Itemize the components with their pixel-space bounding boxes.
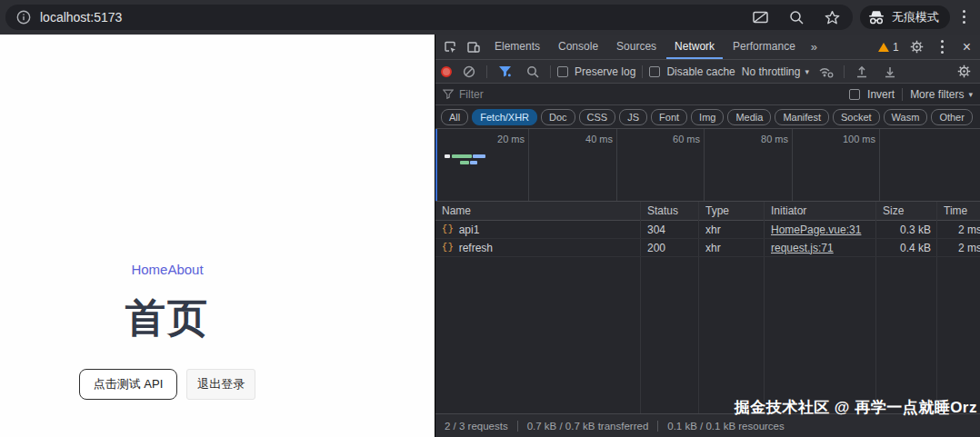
browser-window: localhost:5173 [0, 0, 980, 437]
tab-console[interactable]: Console [550, 35, 606, 59]
network-search-icon[interactable] [522, 62, 544, 82]
waterfall-bar [473, 154, 485, 158]
request-status: 200 [641, 239, 699, 256]
divider [902, 88, 903, 101]
column-header-initiator[interactable]: Initiator [765, 202, 876, 220]
nav-link-home[interactable]: Home [131, 262, 167, 277]
clear-network-log-icon[interactable] [458, 62, 480, 82]
url-text[interactable]: localhost:5173 [40, 10, 122, 25]
devtools-panel: Elements Console Sources Network Perform… [435, 35, 980, 437]
watermark-text: 掘金技术社区 @ 再学一点就睡Orz [735, 397, 977, 418]
request-type: xhr [699, 239, 765, 256]
divider [844, 65, 845, 78]
overview-left-handle [435, 129, 437, 201]
record-network-log-icon[interactable] [441, 66, 452, 77]
issues-warning-badge[interactable]: 1 [875, 41, 903, 54]
import-har-icon[interactable] [851, 62, 873, 82]
table-row[interactable]: { }api1 304 xhr HomePage.vue:31 0.3 kB 2… [435, 221, 980, 239]
divider [657, 421, 658, 432]
test-api-button[interactable]: 点击测试 API [79, 369, 178, 400]
table-row[interactable]: { }refresh 200 xhr request.js:71 0.4 kB … [435, 239, 980, 257]
transferred-summary: 0.7 kB / 0.7 kB transferred [527, 421, 649, 432]
divider [642, 65, 643, 78]
chip-media[interactable]: Media [727, 109, 771, 125]
site-info-icon[interactable] [16, 10, 31, 25]
initiator-link[interactable]: HomePage.vue:31 [771, 223, 861, 236]
chip-wasm[interactable]: Wasm [884, 109, 928, 125]
column-header-size[interactable]: Size [876, 202, 937, 220]
devtools-settings-gear-icon[interactable] [906, 37, 928, 57]
filter-input[interactable] [459, 88, 759, 101]
logout-button[interactable]: 退出登录 [186, 369, 255, 400]
ruler-tick-label: 20 ms [470, 134, 525, 144]
page-nav: HomeAbout [0, 262, 335, 277]
xhr-json-icon: { } [442, 243, 454, 253]
page-viewport: HomeAbout 首页 点击测试 API 退出登录 [0, 35, 435, 437]
network-conditions-icon[interactable] [815, 62, 837, 82]
chip-socket[interactable]: Socket [833, 109, 880, 125]
requests-summary: 2 / 3 requests [445, 421, 508, 432]
disable-cache-label: Disable cache [666, 65, 735, 78]
export-har-icon[interactable] [879, 62, 901, 82]
chip-font[interactable]: Font [651, 109, 687, 125]
zoom-icon[interactable] [789, 10, 805, 25]
chip-css[interactable]: CSS [579, 109, 616, 125]
nav-link-about[interactable]: About [167, 262, 203, 277]
preserve-log-checkbox[interactable] [557, 66, 568, 77]
divider [550, 65, 551, 78]
request-type: xhr [699, 221, 765, 238]
address-bar[interactable]: localhost:5173 [5, 5, 853, 30]
request-size: 0.3 kB [876, 221, 937, 238]
chip-all[interactable]: All [441, 109, 468, 125]
column-header-name[interactable]: Name [435, 202, 641, 220]
more-filters-button[interactable]: More filters ▾ [910, 88, 973, 101]
inspect-element-icon[interactable] [439, 37, 461, 57]
chip-doc[interactable]: Doc [541, 109, 575, 125]
chevron-down-icon: ▾ [805, 67, 809, 76]
request-size: 0.4 kB [876, 239, 937, 256]
preserve-log-label: Preserve log [575, 65, 635, 78]
initiator-link[interactable]: request.js:71 [771, 242, 834, 254]
throttling-select[interactable]: No throttling ▾ [742, 65, 809, 78]
column-header-time[interactable]: Time [937, 202, 980, 220]
filter-toggle-icon[interactable] [494, 62, 515, 82]
column-header-status[interactable]: Status [641, 202, 699, 220]
devtools-menu-icon[interactable] [932, 37, 954, 57]
send-to-devices-icon[interactable] [752, 10, 769, 25]
chip-other[interactable]: Other [931, 109, 973, 125]
request-time: 2 ms [937, 239, 980, 256]
network-toolbar: Preserve log Disable cache No throttling… [435, 60, 980, 84]
column-header-type[interactable]: Type [699, 202, 765, 220]
request-status: 304 [641, 221, 699, 238]
gridline [879, 129, 880, 201]
device-toolbar-icon[interactable] [463, 37, 485, 57]
invert-checkbox[interactable] [849, 89, 860, 100]
ruler-tick-label: 100 ms [821, 134, 875, 144]
chip-img[interactable]: Img [691, 109, 724, 125]
resource-type-chips: All Fetch/XHR Doc CSS JS Font Img Media … [435, 105, 980, 129]
invert-label: Invert [867, 88, 895, 101]
tab-performance[interactable]: Performance [725, 35, 804, 59]
chip-fetch-xhr[interactable]: Fetch/XHR [472, 109, 537, 125]
devtools-close-icon[interactable]: × [957, 40, 976, 55]
warning-triangle-icon [878, 43, 889, 52]
network-overview-timeline[interactable]: 20 ms 40 ms 60 ms 80 ms 100 ms [435, 129, 980, 202]
tab-elements[interactable]: Elements [486, 35, 548, 59]
network-settings-gear-icon[interactable] [953, 62, 975, 82]
incognito-label: 无痕模式 [892, 9, 939, 25]
disable-cache-checkbox[interactable] [649, 66, 660, 77]
tab-network[interactable]: Network [666, 35, 723, 59]
chevron-down-icon: ▾ [968, 90, 973, 99]
bookmark-star-icon[interactable] [825, 10, 840, 25]
waterfall-bar [452, 154, 472, 158]
browser-menu-icon[interactable] [963, 10, 966, 24]
incognito-icon [867, 9, 885, 25]
more-tabs-icon[interactable]: » [805, 40, 823, 54]
chip-js[interactable]: JS [619, 109, 647, 125]
ruler-tick-label: 40 ms [558, 134, 613, 144]
gridline [616, 129, 617, 201]
request-name: refresh [459, 242, 493, 254]
chip-manifest[interactable]: Manifest [775, 109, 829, 125]
ruler-tick-label: 60 ms [645, 134, 700, 144]
tab-sources[interactable]: Sources [608, 35, 665, 59]
